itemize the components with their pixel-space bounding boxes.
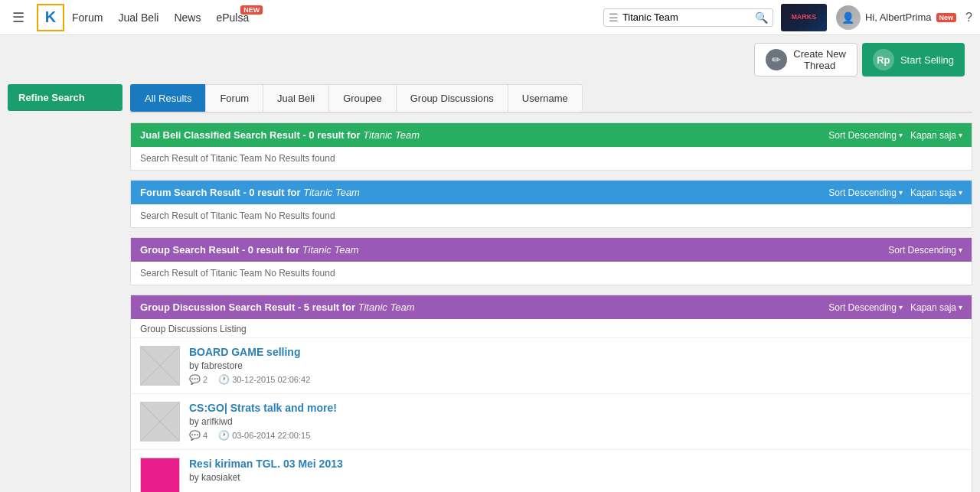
group-no-results: Search Result of Titanic Team No Results… [140,268,335,279]
tab-username[interactable]: Username [508,84,583,112]
logo[interactable]: K [37,4,64,31]
group-controls: Sort Descending ▾ [888,245,962,256]
sidebar: Refine Search [8,84,122,492]
discussion-title-2[interactable]: Resi kiriman TGL. 03 Mei 2013 [189,458,962,470]
header-banner[interactable]: MARKS [781,4,827,31]
tab-forum[interactable]: Forum [205,84,263,112]
group-discussion-controls: Sort Descending ▾ Kapan saja ▾ [828,302,962,313]
menu-icon[interactable]: ☰ [8,9,29,26]
forum-body: Search Result of Titanic Team No Results… [131,204,972,227]
forum-no-results: Search Result of Titanic Team No Results… [140,210,335,221]
group-query: Titanic Team [302,244,359,256]
forum-query: Titanic Team [303,187,360,198]
group-discussion-kapan[interactable]: Kapan saja ▾ [910,302,962,313]
discussion-title-0[interactable]: BOARD GAME selling [189,346,962,358]
nav-epulsa[interactable]: ePulsa NEW [216,11,249,24]
group-discussion-header: Group Discussion Search Result - 5 resul… [131,295,972,319]
search-input[interactable] [622,11,751,23]
forum-header: Forum Search Result - 0 result for Titan… [131,181,972,204]
discussion-thumb-1 [140,402,180,441]
discussion-thumb-2 [140,458,180,492]
header-right: MARKS 👤 Hi, AlbertPrima New ? [781,4,972,31]
nav-news[interactable]: News [174,11,201,24]
group-sort[interactable]: Sort Descending ▾ [888,245,962,256]
epulsa-badge: NEW [240,5,263,15]
search-button[interactable]: 🔍 [755,11,768,24]
user-menu[interactable]: 👤 Hi, AlbertPrima New [836,5,956,30]
group-sort-arrow: ▾ [959,246,962,254]
group-section: Group Search Result - 0 result for Titan… [130,237,972,285]
banner-text: MARKS [791,13,816,21]
search-tabs: All Results Forum Jual Beli Groupee Grou… [130,84,972,113]
forum-kapan-arrow: ▾ [959,188,962,197]
refine-search-button[interactable]: Refine Search [8,84,122,111]
rp-icon: Rp [873,49,894,70]
main-content: All Results Forum Jual Beli Groupee Grou… [130,84,972,492]
group-discussion-query: Titanic Team [358,301,415,313]
group-discussion-sort[interactable]: Sort Descending ▾ [828,302,903,313]
date-value-1: 03-06-2014 22:00:15 [232,431,310,440]
start-selling-button[interactable]: Rp Start Selling [862,43,965,77]
discussion-item: CS:GO| Strats talk and more! by arifkiwd… [131,393,972,449]
date-stat-1: 🕐 03-06-2014 22:00:15 [218,430,310,441]
nav-forum[interactable]: Forum [72,11,103,24]
forum-title: Forum Search Result - 0 result for Titan… [140,187,360,198]
discussion-stats-0: 💬 2 🕐 30-12-2015 02:06:42 [189,374,962,385]
comment-stat-1: 💬 4 [189,430,207,441]
discussion-info-0: BOARD GAME selling by fabrestore 💬 2 🕐 3… [189,346,962,385]
forum-kapan[interactable]: Kapan saja ▾ [910,187,962,198]
help-icon[interactable]: ? [965,11,972,24]
tab-jual-beli[interactable]: Jual Beli [263,84,329,112]
toolbar: ✏ Create NewThread Rp Start Selling [0,35,980,84]
forum-sort-arrow: ▾ [899,188,903,197]
tab-all-results[interactable]: All Results [130,84,206,112]
search-menu-icon[interactable]: ☰ [609,11,619,24]
discussion-info-1: CS:GO| Strats talk and more! by arifkiwd… [189,402,962,441]
date-value-0: 30-12-2015 02:06:42 [232,375,310,384]
jual-beli-query: Titanic Team [363,129,420,141]
discussion-item: Resi kiriman TGL. 03 Mei 2013 by kaosiak… [131,449,972,492]
create-thread-button[interactable]: ✏ Create NewThread [754,43,858,77]
search-bar: ☰ 🔍 [603,8,773,27]
discussion-item: BOARD GAME selling by fabrestore 💬 2 🕐 3… [131,337,972,393]
gd-sort-arrow: ▾ [899,303,903,311]
user-greeting: Hi, AlbertPrima [865,11,932,23]
discussion-author-1: by arifkiwd [189,416,962,427]
group-title: Group Search Result - 0 result for Titan… [140,244,359,256]
discussion-stats-1: 💬 4 🕐 03-06-2014 22:00:15 [189,430,962,441]
content-area: Refine Search All Results Forum Jual Bel… [0,84,980,492]
avatar: 👤 [836,5,861,30]
create-thread-label: Create NewThread [793,48,846,71]
comment-icon-1: 💬 [189,430,201,441]
comment-count-1: 4 [203,431,207,440]
jual-beli-header: Jual Beli Classified Search Result - 0 r… [131,123,972,147]
comment-count-0: 2 [203,375,207,384]
group-discussion-title: Group Discussion Search Result - 5 resul… [140,301,414,313]
clock-icon-1: 🕐 [218,430,230,441]
pencil-icon: ✏ [766,49,787,70]
group-discussion-section: Group Discussion Search Result - 5 resul… [130,295,972,492]
gd-kapan-arrow: ▾ [959,303,962,311]
jual-beli-controls: Sort Descending ▾ Kapan saja ▾ [828,130,962,141]
jual-beli-kapan[interactable]: Kapan saja ▾ [910,130,962,141]
start-selling-label: Start Selling [900,54,954,66]
jual-beli-body: Search Result of Titanic Team No Results… [131,147,972,170]
discussion-info-2: Resi kiriman TGL. 03 Mei 2013 by kaosiak… [189,458,962,486]
jual-beli-no-results: Search Result of Titanic Team No Results… [140,153,335,164]
tab-groupee[interactable]: Groupee [328,84,397,112]
jual-beli-sort[interactable]: Sort Descending ▾ [828,130,903,141]
jual-beli-title: Jual Beli Classified Search Result - 0 r… [140,129,420,141]
jual-beli-section: Jual Beli Classified Search Result - 0 r… [130,122,972,171]
discussion-title-1[interactable]: CS:GO| Strats talk and more! [189,402,962,414]
listing-label: Group Discussions Listing [131,319,972,337]
nav-jual-beli[interactable]: Jual Beli [118,11,158,24]
discussion-thumb-0 [140,346,180,386]
forum-sort[interactable]: Sort Descending ▾ [828,187,903,198]
comment-stat-0: 💬 2 [189,374,207,385]
date-stat-0: 🕐 30-12-2015 02:06:42 [218,374,310,385]
sort-arrow-icon: ▾ [899,131,903,139]
comment-icon-0: 💬 [189,374,201,385]
group-header: Group Search Result - 0 result for Titan… [131,238,972,262]
tab-group-discussions[interactable]: Group Discussions [396,84,508,112]
main-nav: Forum Jual Beli News ePulsa NEW [72,11,596,24]
